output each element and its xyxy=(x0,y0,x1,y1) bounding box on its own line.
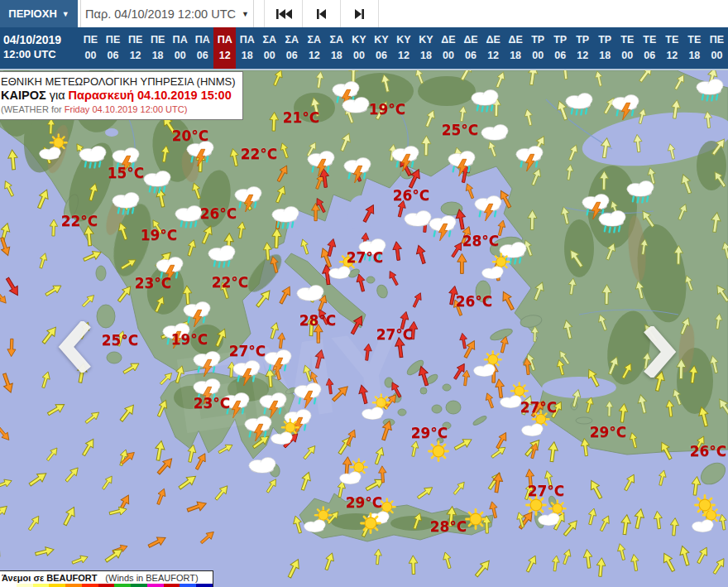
wind-arrow-icon xyxy=(598,514,612,532)
timeline-slot-ΠΕ-00[interactable]: ΠΕ00 xyxy=(79,27,102,69)
wind-arrow-icon xyxy=(602,285,612,305)
pan-left-button[interactable] xyxy=(56,321,93,373)
wind-arrow-icon xyxy=(173,364,186,383)
step-back-button[interactable] xyxy=(303,0,341,27)
wind-arrow-icon xyxy=(633,134,643,152)
wind-arrow-icon xyxy=(441,551,453,570)
timeline-slot-ΠΕ-00[interactable]: ΠΕ00 xyxy=(706,27,728,69)
timeline-slot-ΤΕ-18[interactable]: ΤΕ18 xyxy=(683,27,706,69)
rain-icon xyxy=(144,171,170,193)
wind-arrow-icon xyxy=(411,512,424,530)
slot-day: ΤΕ xyxy=(687,32,701,48)
wind-arrow-icon xyxy=(291,515,304,534)
wind-arrow-icon xyxy=(301,443,318,460)
wind-arrow-icon xyxy=(338,132,352,152)
wind-arrow-icon xyxy=(117,402,137,424)
wind-arrow-icon xyxy=(711,556,727,575)
temperature-label: 22°C xyxy=(212,274,249,291)
wind-arrow-icon xyxy=(523,108,534,127)
timeline-slot-ΤΡ-06[interactable]: ΤΡ06 xyxy=(549,27,572,69)
timeline-slot-ΔΕ-18[interactable]: ΔΕ18 xyxy=(505,27,527,69)
wind-arrow-icon xyxy=(0,425,12,442)
timeline-slot-ΣΑ-18[interactable]: ΣΑ18 xyxy=(325,27,347,69)
pan-right-button[interactable] xyxy=(642,326,678,378)
datetime-dropdown-button[interactable]: Παρ. 04/10/2019 12:00 UTC ▼ xyxy=(80,0,254,27)
beaufort-scale-segment xyxy=(147,584,164,587)
slot-hour: 06 xyxy=(376,48,387,64)
slot-day: ΚΥ xyxy=(419,32,433,48)
timeline-slot-ΤΡ-18[interactable]: ΤΡ18 xyxy=(594,27,616,69)
wind-arrow-icon xyxy=(251,433,271,451)
datetime-dropdown-label: Παρ. 04/10/2019 12:00 UTC xyxy=(85,7,236,21)
timeline-slot-ΠΑ-18[interactable]: ΠΑ18 xyxy=(236,27,258,69)
timeline-slot-ΠΑ-12[interactable]: ΠΑ12 xyxy=(213,27,236,69)
wind-arrow-icon xyxy=(555,358,566,375)
timeline-slot-ΚΥ-12[interactable]: ΚΥ12 xyxy=(392,27,414,69)
wind-arrow-icon xyxy=(457,253,467,273)
timeline-slot-ΠΑ-00[interactable]: ΠΑ00 xyxy=(169,27,191,69)
slot-hour: 12 xyxy=(398,48,410,64)
wind-arrow-icon xyxy=(716,397,728,418)
step-forward-button[interactable] xyxy=(341,0,379,27)
timeline-slot-ΠΑ-06[interactable]: ΠΑ06 xyxy=(191,27,213,69)
wind-arrow-icon xyxy=(386,269,400,286)
timeline-slot-ΤΡ-12[interactable]: ΤΡ12 xyxy=(572,27,594,69)
slot-hour: 00 xyxy=(85,48,97,64)
timeline-slot-ΚΥ-06[interactable]: ΚΥ06 xyxy=(370,27,392,69)
wind-arrow-icon xyxy=(464,182,477,200)
temperature-label: 27°C xyxy=(229,343,266,359)
wind-arrow-icon xyxy=(653,511,663,529)
region-dropdown-button[interactable]: ΠΕΡΙΟΧΗ ▼ xyxy=(0,0,78,27)
timeline-slot-ΣΑ-12[interactable]: ΣΑ12 xyxy=(303,27,325,69)
slot-day: ΠΑ xyxy=(195,32,210,48)
slot-day: ΣΑ xyxy=(330,32,344,48)
wind-arrow-icon xyxy=(155,488,168,506)
slot-hour: 00 xyxy=(353,48,365,64)
chevron-down-icon: ▼ xyxy=(62,10,69,18)
beaufort-scale-segment xyxy=(114,584,131,587)
wind-arrow-icon xyxy=(357,384,371,405)
timeline-slot-ΤΕ-00[interactable]: ΤΕ00 xyxy=(616,27,639,69)
skip-to-first-button[interactable] xyxy=(264,0,303,27)
wind-arrow-icon xyxy=(254,287,274,309)
slot-hour: 06 xyxy=(286,48,298,64)
temperature-label: 26°C xyxy=(690,443,727,459)
timeline-time: 12:00 UTC xyxy=(3,47,79,62)
timeline-slot-ΠΕ-12[interactable]: ΠΕ12 xyxy=(124,27,146,69)
region-dropdown-label: ΠΕΡΙΟΧΗ xyxy=(8,7,57,20)
timeline-slot-ΔΕ-00[interactable]: ΔΕ00 xyxy=(438,27,460,69)
beaufort-scale-segment xyxy=(131,584,147,587)
timeline-slot-ΤΕ-12[interactable]: ΤΕ12 xyxy=(661,27,683,69)
wind-arrow-icon xyxy=(531,326,539,342)
timeline-slot-ΤΕ-06[interactable]: ΤΕ06 xyxy=(639,27,661,69)
temperature-label: 23°C xyxy=(194,395,231,411)
wind-arrow-icon xyxy=(153,440,165,461)
wind-arrow-icon xyxy=(568,277,577,295)
timeline-slot-ΣΑ-00[interactable]: ΣΑ00 xyxy=(258,27,280,69)
timeline-slot-ΚΥ-00[interactable]: ΚΥ00 xyxy=(347,27,370,69)
slot-hour: 06 xyxy=(554,48,566,64)
wind-arrow-icon xyxy=(46,401,67,418)
timeline-slot-ΔΕ-06[interactable]: ΔΕ06 xyxy=(460,27,482,69)
wind-arrow-icon xyxy=(567,143,580,161)
timeline-slot-ΚΥ-18[interactable]: ΚΥ18 xyxy=(414,27,437,69)
beaufort-scale-segment xyxy=(164,584,180,587)
wind-arrow-icon xyxy=(0,477,13,490)
timeline-slot-ΠΕ-06[interactable]: ΠΕ06 xyxy=(102,27,124,69)
beaufort-color-scale xyxy=(0,584,213,587)
skip-to-first-icon xyxy=(275,8,292,20)
wind-arrow-icon xyxy=(213,327,228,348)
wind-arrow-icon xyxy=(667,143,678,160)
wind-arrow-icon xyxy=(678,545,692,566)
beaufort-scale-segment xyxy=(180,584,196,587)
wind-arrow-icon xyxy=(660,551,678,573)
temperature-label: 26°C xyxy=(456,293,493,310)
step-back-icon xyxy=(316,8,327,20)
slot-day: ΚΥ xyxy=(374,32,388,48)
timeline-slot-ΣΑ-06[interactable]: ΣΑ06 xyxy=(280,27,303,69)
timeline-slot-ΔΕ-12[interactable]: ΔΕ12 xyxy=(482,27,505,69)
wind-arrow-icon xyxy=(362,344,372,361)
timeline-slot-ΠΕ-18[interactable]: ΠΕ18 xyxy=(146,27,169,69)
wind-arrow-icon xyxy=(269,112,278,131)
timeline-slot-ΤΡ-00[interactable]: ΤΡ00 xyxy=(527,27,549,69)
